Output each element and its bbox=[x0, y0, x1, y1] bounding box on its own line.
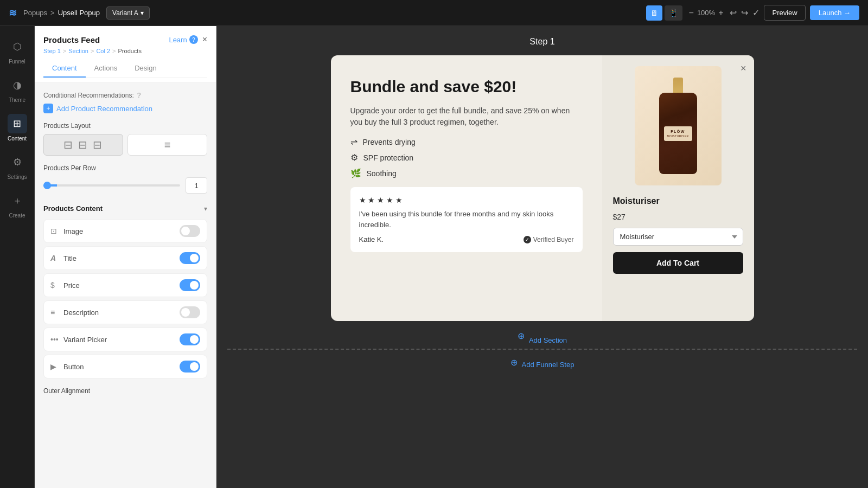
variant-selector[interactable]: Variant A ▾ bbox=[106, 7, 150, 20]
per-row-label: Products Per Row bbox=[43, 164, 207, 172]
tab-design[interactable]: Design bbox=[126, 60, 165, 78]
feature-text-2: SPF protection bbox=[363, 153, 414, 162]
section-divider bbox=[227, 349, 857, 350]
content-icon: ⊞ bbox=[8, 114, 27, 133]
panel-breadcrumb: Step 1 > Section > Col 2 > Products bbox=[43, 48, 207, 54]
sidebar-item-label: Settings bbox=[7, 174, 27, 180]
layout-options: ⊟ ⊟ ⊟ ≡ bbox=[43, 134, 207, 156]
topbar: ≋ Popups > Upsell Popup Variant A ▾ 🖥 📱 … bbox=[0, 0, 868, 26]
title-toggle[interactable] bbox=[180, 252, 200, 264]
outer-alignment-label: Outer Alignment bbox=[43, 387, 207, 395]
add-rec-btn[interactable]: + Add Product Recommendation bbox=[43, 104, 207, 113]
desktop-device-btn[interactable]: 🖥 bbox=[646, 5, 662, 21]
product-price: $27 bbox=[613, 213, 626, 221]
zoom-out-btn[interactable]: − bbox=[689, 8, 694, 18]
learn-link[interactable]: Learn ? bbox=[169, 35, 197, 44]
chevron-down-icon: ▾ bbox=[141, 9, 144, 17]
panel-tabs: Content Actions Design bbox=[43, 60, 207, 78]
slider-row: 1 bbox=[43, 177, 207, 194]
breadcrumb-popups[interactable]: Popups bbox=[23, 9, 47, 17]
preview-btn[interactable]: Preview bbox=[764, 5, 805, 21]
outer-alignment-section: Outer Alignment bbox=[43, 387, 207, 395]
device-switcher: 🖥 📱 bbox=[646, 5, 682, 21]
breadcrumb: Popups > Upsell Popup bbox=[23, 9, 100, 17]
feature-item-1: ⇌ Prevents drying bbox=[350, 137, 583, 147]
price-icon: $ bbox=[50, 281, 59, 290]
price-toggle-label: $ Price bbox=[50, 281, 80, 290]
sidebar-item-label: Content bbox=[8, 136, 27, 142]
popup-left: Bundle and save $20! Upgrade your order … bbox=[331, 55, 602, 321]
products-per-row-section: Products Per Row 1 bbox=[43, 164, 207, 194]
main-content: ⬡ Funnel ◑ Theme ⊞ Content ⚙ Settings ＋ … bbox=[0, 26, 868, 488]
verified-check-icon: ✓ bbox=[524, 236, 531, 243]
toggle-row-image: ⊡ Image bbox=[43, 219, 207, 243]
description-label: Description bbox=[63, 309, 99, 317]
zoom-in-btn[interactable]: + bbox=[718, 8, 723, 18]
feature-text-3: Soothing bbox=[367, 169, 397, 178]
breadcrumb-step[interactable]: Step 1 bbox=[43, 48, 61, 54]
popup-title: Bundle and save $20! bbox=[350, 77, 583, 97]
popup-right: FLŌW MOISTURISER Moisturiser $27 Moistur… bbox=[602, 55, 754, 321]
add-funnel-step-btn[interactable]: Add Funnel Step bbox=[522, 361, 575, 369]
review-text: I've been using this bundle for three mo… bbox=[359, 209, 574, 230]
panel-close-btn[interactable]: × bbox=[202, 35, 207, 44]
variant-picker-toggle[interactable] bbox=[180, 333, 200, 345]
variant-picker-icon: ••• bbox=[50, 335, 59, 344]
breadcrumb-products: Products bbox=[118, 48, 142, 54]
sidebar-item-settings[interactable]: ⚙ Settings bbox=[3, 148, 32, 184]
per-row-value: 1 bbox=[186, 177, 207, 194]
tab-actions[interactable]: Actions bbox=[86, 60, 126, 78]
breadcrumb-section[interactable]: Section bbox=[68, 48, 88, 54]
soothing-icon: 🌿 bbox=[350, 168, 361, 178]
products-content-header[interactable]: Products Content ▾ bbox=[43, 204, 207, 213]
popup-description: Upgrade your order to get the full bundl… bbox=[350, 105, 583, 128]
description-icon: ≡ bbox=[50, 308, 59, 317]
sidebar-nav: ⬡ Funnel ◑ Theme ⊞ Content ⚙ Settings ＋ … bbox=[0, 26, 35, 488]
product-image: FLŌW MOISTURISER bbox=[635, 66, 722, 185]
sidebar-item-label: Theme bbox=[9, 97, 25, 103]
sidebar-item-content[interactable]: ⊞ Content bbox=[3, 110, 32, 146]
button-toggle[interactable] bbox=[180, 361, 200, 373]
help-icon: ? bbox=[189, 35, 198, 44]
sidebar-item-theme[interactable]: ◑ Theme bbox=[3, 71, 32, 107]
button-label: Button bbox=[63, 363, 84, 371]
chevron-down-icon: ▾ bbox=[204, 205, 207, 213]
redo-btn[interactable]: ↪ bbox=[741, 8, 748, 18]
popup-close-btn[interactable]: × bbox=[741, 63, 746, 74]
price-toggle[interactable] bbox=[180, 279, 200, 291]
layout-list-btn[interactable]: ≡ bbox=[127, 134, 207, 156]
breadcrumb-col[interactable]: Col 2 bbox=[96, 48, 110, 54]
launch-btn[interactable]: Launch → bbox=[810, 5, 859, 20]
verified-text: Verified Buyer bbox=[533, 236, 574, 243]
product-variant-select[interactable]: Moisturiser bbox=[613, 228, 743, 246]
topbar-actions: ↩ ↪ ✓ Preview Launch → bbox=[730, 5, 859, 21]
image-toggle-label: ⊡ Image bbox=[50, 227, 83, 235]
panel-body: Conditional Recommendations: ? + Add Pro… bbox=[35, 83, 216, 488]
zoom-level: 100% bbox=[697, 9, 715, 17]
sidebar-item-funnel[interactable]: ⬡ Funnel bbox=[3, 33, 32, 69]
button-toggle-label: ▶ Button bbox=[50, 362, 84, 371]
reviewer-name: Katie K. bbox=[359, 235, 384, 243]
tab-content[interactable]: Content bbox=[43, 60, 86, 78]
undo-btn[interactable]: ↩ bbox=[730, 8, 737, 18]
check-btn[interactable]: ✓ bbox=[752, 8, 760, 18]
per-row-slider[interactable] bbox=[43, 184, 180, 187]
settings-icon: ⚙ bbox=[8, 152, 27, 172]
product-name: Moisturiser bbox=[613, 196, 660, 206]
products-content-title: Products Content bbox=[43, 204, 103, 213]
conditional-help-icon[interactable]: ? bbox=[137, 92, 141, 99]
layout-grid-btn[interactable]: ⊟ ⊟ ⊟ bbox=[43, 134, 123, 156]
sidebar-item-create[interactable]: ＋ Create bbox=[3, 187, 32, 223]
add-to-cart-btn[interactable]: Add To Cart bbox=[613, 252, 743, 274]
panel-title-row: Products Feed Learn ? × bbox=[43, 35, 207, 44]
learn-label: Learn bbox=[169, 36, 187, 44]
add-section-btn[interactable]: Add Section bbox=[529, 336, 567, 344]
prevents-drying-icon: ⇌ bbox=[350, 137, 358, 147]
review-box: ★ ★ ★ ★ ★ I've been using this bundle fo… bbox=[350, 187, 583, 252]
description-toggle[interactable] bbox=[180, 306, 200, 318]
image-toggle[interactable] bbox=[180, 225, 200, 237]
popup-container: × Bundle and save $20! Upgrade your orde… bbox=[331, 55, 754, 321]
toggle-row-button: ▶ Button bbox=[43, 355, 207, 378]
mobile-device-btn[interactable]: 📱 bbox=[665, 5, 682, 21]
spf-icon: ⚙ bbox=[350, 152, 358, 163]
